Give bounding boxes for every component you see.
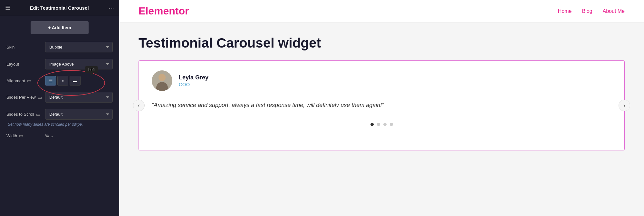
nav-home[interactable]: Home [558, 8, 572, 14]
width-row: Width ▭ % ⌄ [5, 133, 114, 138]
nav-about[interactable]: About Me [603, 8, 625, 14]
panel-body: + Add Item Skin Bubble Layout Image Abov… [0, 16, 119, 216]
testimonial-role: COO [179, 82, 208, 87]
alignment-buttons: Left ☰ ▫ ▬ [45, 76, 113, 86]
panel-header: ☰ Edit Testimonial Carousel ⋯ [0, 0, 119, 16]
align-right-button[interactable]: ▬ [70, 76, 81, 86]
slides-to-scroll-row: Slides to Scroll ▭ Default Set how many … [5, 109, 114, 127]
width-unit: % ⌄ [45, 133, 53, 138]
testimonial-quote: “Amazing service and support, always a f… [152, 101, 611, 110]
skin-row: Skin Bubble [5, 42, 114, 52]
right-panel: Elementor Home Blog About Me Testimonial… [119, 0, 644, 216]
carousel-dot-1[interactable] [370, 123, 374, 126]
site-nav: Home Blog About Me [558, 8, 625, 14]
slides-to-scroll-label: Slides to Scroll ▭ [6, 112, 45, 117]
carousel-next-button[interactable]: › [619, 100, 630, 111]
skin-label: Skin [6, 45, 45, 50]
testimonial-meta: Leyla Grey COO [179, 74, 208, 87]
panel-title: Edit Testimonial Carousel [30, 5, 89, 11]
carousel-dot-2[interactable] [377, 123, 380, 126]
carousel-dot-4[interactable] [390, 123, 393, 126]
site-logo: Elementor [139, 5, 189, 17]
left-panel: ☰ Edit Testimonial Carousel ⋯ + Add Item… [0, 0, 119, 216]
carousel-container: ‹ › Leyla Grey COO “Amazing service and … [139, 60, 625, 150]
testimonial-header: Leyla Grey COO [152, 70, 611, 91]
avatar-head [159, 74, 166, 81]
carousel-prev-button[interactable]: ‹ [133, 100, 145, 111]
avatar-figure [156, 73, 168, 91]
avatar-body [156, 82, 168, 91]
layout-label: Layout [6, 62, 45, 67]
site-header: Elementor Home Blog About Me [119, 0, 644, 22]
slides-per-view-select[interactable]: Default [45, 92, 113, 103]
slides-per-view-label: Slides Per View ▭ [6, 95, 45, 100]
site-content: Testimonial Carousel widget ‹ › Leyla Gr… [119, 22, 644, 216]
align-center-button[interactable]: ▫ [57, 76, 68, 86]
carousel-dot-3[interactable] [383, 123, 387, 126]
monitor-icon: ▭ [27, 78, 31, 83]
monitor-icon-w: ▭ [19, 133, 23, 138]
monitor-icon-spv: ▭ [38, 95, 42, 100]
alignment-label: Alignment ▭ [6, 78, 45, 83]
hamburger-icon[interactable]: ☰ [5, 4, 10, 12]
avatar [152, 70, 172, 91]
skin-select[interactable]: Bubble [45, 42, 113, 52]
layout-select[interactable]: Image Above [45, 59, 113, 69]
add-item-button[interactable]: + Add Item [31, 21, 89, 34]
testimonial-name: Leyla Grey [179, 74, 208, 81]
page-title: Testimonial Carousel widget [139, 35, 625, 51]
align-left-button[interactable]: ☰ [45, 76, 56, 86]
slides-to-scroll-select[interactable]: Default [45, 109, 113, 120]
alignment-row: Alignment ▭ Left ☰ ▫ ▬ [5, 76, 114, 86]
slides-per-view-row: Slides Per View ▭ Default [5, 92, 114, 103]
monitor-icon-sts: ▭ [36, 112, 40, 117]
nav-blog[interactable]: Blog [582, 8, 592, 14]
slides-to-scroll-hint: Set how many slides are scrolled per swi… [6, 122, 83, 127]
carousel-dots [152, 120, 611, 126]
grid-icon[interactable]: ⋯ [108, 4, 114, 12]
alignment-tooltip: Left [85, 66, 98, 73]
width-label: Width ▭ [6, 133, 45, 138]
